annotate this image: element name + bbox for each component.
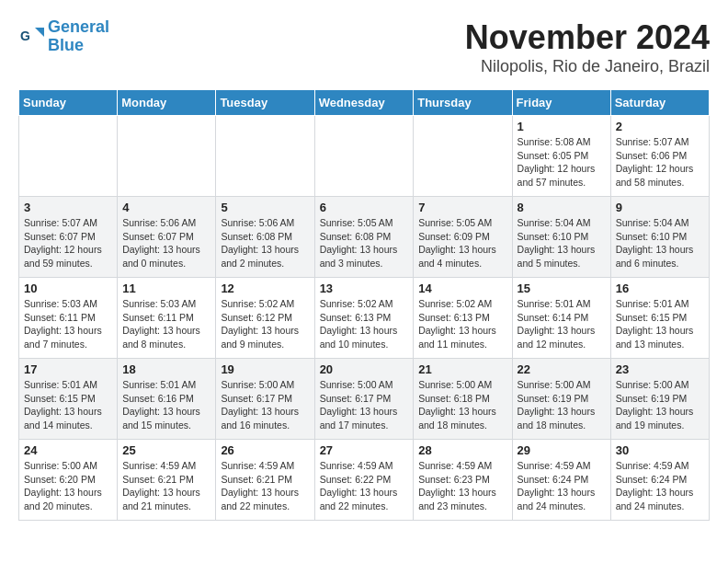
calendar-cell: 3Sunrise: 5:07 AM Sunset: 6:07 PM Daylig… [19,197,118,278]
day-info: Sunrise: 5:01 AM Sunset: 6:16 PM Dayligh… [122,378,210,432]
day-info: Sunrise: 5:00 AM Sunset: 6:18 PM Dayligh… [418,378,506,432]
calendar-cell: 22Sunrise: 5:00 AM Sunset: 6:19 PM Dayli… [512,359,610,440]
day-number: 4 [122,201,210,214]
weekday-header-friday: Friday [512,90,610,116]
day-info: Sunrise: 4:59 AM Sunset: 6:24 PM Dayligh… [616,459,704,513]
svg-text:G: G [20,29,30,43]
day-info: Sunrise: 5:00 AM Sunset: 6:17 PM Dayligh… [221,378,309,432]
week-row-3: 10Sunrise: 5:03 AM Sunset: 6:11 PM Dayli… [19,278,710,359]
calendar-cell: 20Sunrise: 5:00 AM Sunset: 6:17 PM Dayli… [314,359,414,440]
weekday-header-wednesday: Wednesday [314,90,414,116]
week-row-4: 17Sunrise: 5:01 AM Sunset: 6:15 PM Dayli… [19,359,710,440]
day-number: 21 [418,362,506,376]
day-number: 12 [221,282,309,295]
day-info: Sunrise: 4:59 AM Sunset: 6:24 PM Dayligh… [518,459,606,513]
day-number: 17 [24,362,112,376]
logo-icon: G [18,24,44,50]
logo-text: General Blue [48,18,109,55]
day-info: Sunrise: 5:02 AM Sunset: 6:13 PM Dayligh… [320,297,409,351]
calendar-cell: 24Sunrise: 5:00 AM Sunset: 6:20 PM Dayli… [19,440,118,521]
week-row-1: 1Sunrise: 5:08 AM Sunset: 6:05 PM Daylig… [19,116,710,197]
calendar-cell [216,116,314,197]
day-info: Sunrise: 5:05 AM Sunset: 6:09 PM Dayligh… [418,216,506,270]
day-number: 22 [518,362,606,376]
calendar-cell: 1Sunrise: 5:08 AM Sunset: 6:05 PM Daylig… [512,116,610,197]
week-row-2: 3Sunrise: 5:07 AM Sunset: 6:07 PM Daylig… [19,197,710,278]
day-info: Sunrise: 5:03 AM Sunset: 6:11 PM Dayligh… [24,297,112,351]
day-info: Sunrise: 5:04 AM Sunset: 6:10 PM Dayligh… [518,216,606,270]
day-info: Sunrise: 5:00 AM Sunset: 6:19 PM Dayligh… [616,378,704,432]
calendar-cell: 11Sunrise: 5:03 AM Sunset: 6:11 PM Dayli… [118,278,216,359]
weekday-header-tuesday: Tuesday [216,90,314,116]
day-number: 27 [320,443,409,457]
weekday-header-row: SundayMondayTuesdayWednesdayThursdayFrid… [19,90,710,116]
day-number: 3 [24,201,112,214]
calendar-cell [314,116,414,197]
day-number: 6 [320,201,409,214]
day-info: Sunrise: 5:01 AM Sunset: 6:14 PM Dayligh… [518,297,606,351]
calendar-cell: 30Sunrise: 4:59 AM Sunset: 6:24 PM Dayli… [610,440,709,521]
calendar-cell [19,116,118,197]
calendar-cell: 28Sunrise: 4:59 AM Sunset: 6:23 PM Dayli… [414,440,512,521]
day-info: Sunrise: 5:06 AM Sunset: 6:08 PM Dayligh… [221,216,309,270]
calendar-cell: 12Sunrise: 5:02 AM Sunset: 6:12 PM Dayli… [216,278,314,359]
day-number: 18 [122,362,210,376]
calendar-cell: 29Sunrise: 4:59 AM Sunset: 6:24 PM Dayli… [512,440,610,521]
calendar-cell: 25Sunrise: 4:59 AM Sunset: 6:21 PM Dayli… [118,440,216,521]
svg-marker-2 [35,28,44,37]
day-number: 23 [616,362,704,376]
calendar-cell: 7Sunrise: 5:05 AM Sunset: 6:09 PM Daylig… [414,197,512,278]
calendar-cell: 27Sunrise: 4:59 AM Sunset: 6:22 PM Dayli… [314,440,414,521]
day-info: Sunrise: 5:03 AM Sunset: 6:11 PM Dayligh… [122,297,210,351]
calendar-cell: 21Sunrise: 5:00 AM Sunset: 6:18 PM Dayli… [414,359,512,440]
day-number: 14 [418,282,506,295]
calendar-cell: 23Sunrise: 5:00 AM Sunset: 6:19 PM Dayli… [610,359,709,440]
day-number: 1 [518,120,606,133]
calendar-cell: 6Sunrise: 5:05 AM Sunset: 6:08 PM Daylig… [314,197,414,278]
day-info: Sunrise: 4:59 AM Sunset: 6:21 PM Dayligh… [122,459,210,513]
calendar-cell: 5Sunrise: 5:06 AM Sunset: 6:08 PM Daylig… [216,197,314,278]
day-number: 11 [122,282,210,295]
month-title: November 2024 [465,18,710,57]
day-info: Sunrise: 5:02 AM Sunset: 6:13 PM Dayligh… [418,297,506,351]
day-number: 28 [418,443,506,457]
day-number: 16 [616,282,704,295]
day-info: Sunrise: 5:01 AM Sunset: 6:15 PM Dayligh… [616,297,704,351]
calendar-cell: 9Sunrise: 5:04 AM Sunset: 6:10 PM Daylig… [610,197,709,278]
day-info: Sunrise: 4:59 AM Sunset: 6:23 PM Dayligh… [418,459,506,513]
day-number: 29 [518,443,606,457]
day-number: 19 [221,362,309,376]
calendar-cell: 18Sunrise: 5:01 AM Sunset: 6:16 PM Dayli… [118,359,216,440]
day-info: Sunrise: 5:06 AM Sunset: 6:07 PM Dayligh… [122,216,210,270]
day-number: 20 [320,362,409,376]
day-info: Sunrise: 5:08 AM Sunset: 6:05 PM Dayligh… [518,135,606,190]
calendar-cell: 26Sunrise: 4:59 AM Sunset: 6:21 PM Dayli… [216,440,314,521]
day-info: Sunrise: 5:07 AM Sunset: 6:06 PM Dayligh… [616,135,704,190]
calendar-cell: 4Sunrise: 5:06 AM Sunset: 6:07 PM Daylig… [118,197,216,278]
weekday-header-sunday: Sunday [19,90,118,116]
calendar-cell: 10Sunrise: 5:03 AM Sunset: 6:11 PM Dayli… [19,278,118,359]
week-row-5: 24Sunrise: 5:00 AM Sunset: 6:20 PM Dayli… [19,440,710,521]
day-info: Sunrise: 5:00 AM Sunset: 6:20 PM Dayligh… [24,459,112,513]
location-title: Nilopolis, Rio de Janeiro, Brazil [465,57,710,76]
day-number: 5 [221,201,309,214]
calendar-table: SundayMondayTuesdayWednesdayThursdayFrid… [18,89,710,521]
day-number: 8 [518,201,606,214]
day-info: Sunrise: 5:02 AM Sunset: 6:12 PM Dayligh… [221,297,309,351]
calendar-cell [414,116,512,197]
day-info: Sunrise: 5:05 AM Sunset: 6:08 PM Dayligh… [320,216,409,270]
day-info: Sunrise: 5:00 AM Sunset: 6:17 PM Dayligh… [320,378,409,432]
day-number: 15 [518,282,606,295]
day-info: Sunrise: 5:04 AM Sunset: 6:10 PM Dayligh… [616,216,704,270]
day-info: Sunrise: 4:59 AM Sunset: 6:21 PM Dayligh… [221,459,309,513]
day-number: 13 [320,282,409,295]
calendar-cell: 19Sunrise: 5:00 AM Sunset: 6:17 PM Dayli… [216,359,314,440]
calendar-cell: 2Sunrise: 5:07 AM Sunset: 6:06 PM Daylig… [610,116,709,197]
logo-line1: General [48,17,109,36]
day-info: Sunrise: 5:00 AM Sunset: 6:19 PM Dayligh… [518,378,606,432]
day-number: 10 [24,282,112,295]
calendar-cell: 14Sunrise: 5:02 AM Sunset: 6:13 PM Dayli… [414,278,512,359]
calendar-cell: 13Sunrise: 5:02 AM Sunset: 6:13 PM Dayli… [314,278,414,359]
logo-line2: Blue [48,36,84,54]
day-number: 2 [616,120,704,133]
